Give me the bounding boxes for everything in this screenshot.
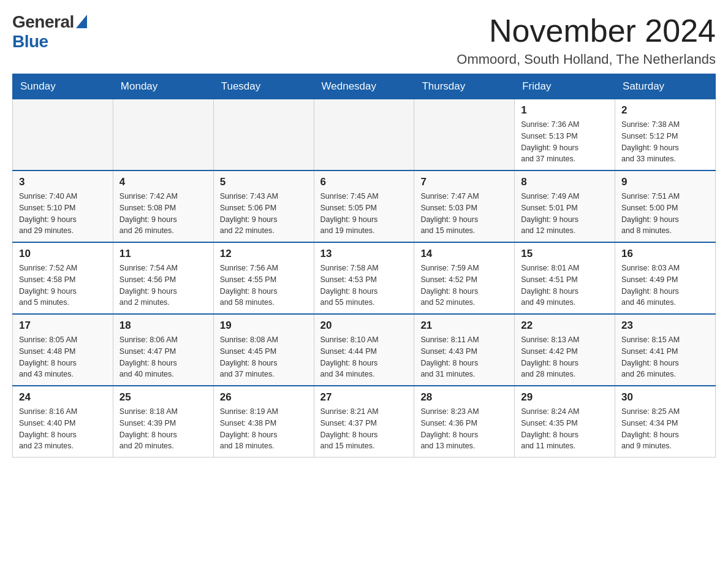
day-number: 19 xyxy=(220,320,308,332)
calendar-table: SundayMondayTuesdayWednesdayThursdayFrid… xyxy=(12,74,716,458)
day-header-saturday: Saturday xyxy=(615,74,716,99)
day-number: 8 xyxy=(521,176,609,188)
day-number: 6 xyxy=(320,176,408,188)
calendar-cell: 30Sunrise: 8:25 AM Sunset: 4:34 PM Dayli… xyxy=(615,386,716,458)
day-info: Sunrise: 7:58 AM Sunset: 4:53 PM Dayligh… xyxy=(320,262,408,308)
day-header-friday: Friday xyxy=(515,74,615,99)
calendar-cell: 4Sunrise: 7:42 AM Sunset: 5:08 PM Daylig… xyxy=(113,170,213,242)
day-number: 22 xyxy=(521,320,609,332)
calendar-cell: 6Sunrise: 7:45 AM Sunset: 5:05 PM Daylig… xyxy=(314,170,414,242)
day-info: Sunrise: 8:21 AM Sunset: 4:37 PM Dayligh… xyxy=(320,406,408,452)
day-number: 4 xyxy=(119,176,207,188)
calendar-cell: 1Sunrise: 7:36 AM Sunset: 5:13 PM Daylig… xyxy=(515,99,615,171)
calendar-cell: 20Sunrise: 8:10 AM Sunset: 4:44 PM Dayli… xyxy=(314,314,414,386)
day-number: 7 xyxy=(420,176,508,188)
day-number: 20 xyxy=(320,320,408,332)
day-info: Sunrise: 7:40 AM Sunset: 5:10 PM Dayligh… xyxy=(19,191,107,237)
day-number: 24 xyxy=(19,391,107,404)
day-info: Sunrise: 7:43 AM Sunset: 5:06 PM Dayligh… xyxy=(220,191,308,237)
calendar-cell: 11Sunrise: 7:54 AM Sunset: 4:56 PM Dayli… xyxy=(113,242,213,314)
calendar-cell: 19Sunrise: 8:08 AM Sunset: 4:45 PM Dayli… xyxy=(213,314,314,386)
day-number: 13 xyxy=(320,248,408,260)
week-row-4: 17Sunrise: 8:05 AM Sunset: 4:48 PM Dayli… xyxy=(13,314,716,386)
calendar-cell: 8Sunrise: 7:49 AM Sunset: 5:01 PM Daylig… xyxy=(515,170,615,242)
day-info: Sunrise: 7:52 AM Sunset: 4:58 PM Dayligh… xyxy=(19,262,107,308)
calendar-cell xyxy=(13,99,113,171)
day-info: Sunrise: 7:54 AM Sunset: 4:56 PM Dayligh… xyxy=(119,262,207,308)
day-number: 3 xyxy=(19,176,107,188)
calendar-cell xyxy=(213,99,314,171)
day-info: Sunrise: 7:51 AM Sunset: 5:00 PM Dayligh… xyxy=(621,191,709,237)
day-info: Sunrise: 7:49 AM Sunset: 5:01 PM Dayligh… xyxy=(521,191,609,237)
calendar-cell: 25Sunrise: 8:18 AM Sunset: 4:39 PM Dayli… xyxy=(113,386,213,458)
day-number: 23 xyxy=(621,320,709,332)
calendar-cell: 9Sunrise: 7:51 AM Sunset: 5:00 PM Daylig… xyxy=(615,170,716,242)
day-info: Sunrise: 7:45 AM Sunset: 5:05 PM Dayligh… xyxy=(320,191,408,237)
day-info: Sunrise: 7:42 AM Sunset: 5:08 PM Dayligh… xyxy=(119,191,207,237)
calendar-cell: 28Sunrise: 8:23 AM Sunset: 4:36 PM Dayli… xyxy=(414,386,515,458)
day-number: 9 xyxy=(621,176,709,188)
logo: General Blue xyxy=(12,12,87,52)
day-info: Sunrise: 8:19 AM Sunset: 4:38 PM Dayligh… xyxy=(220,406,308,452)
calendar-cell: 22Sunrise: 8:13 AM Sunset: 4:42 PM Dayli… xyxy=(515,314,615,386)
day-number: 25 xyxy=(119,391,207,404)
calendar-cell: 17Sunrise: 8:05 AM Sunset: 4:48 PM Dayli… xyxy=(13,314,113,386)
day-info: Sunrise: 8:25 AM Sunset: 4:34 PM Dayligh… xyxy=(621,406,709,452)
day-number: 18 xyxy=(119,320,207,332)
day-info: Sunrise: 8:08 AM Sunset: 4:45 PM Dayligh… xyxy=(220,334,308,380)
calendar-cell xyxy=(113,99,213,171)
day-info: Sunrise: 8:16 AM Sunset: 4:40 PM Dayligh… xyxy=(19,406,107,452)
calendar-cell: 5Sunrise: 7:43 AM Sunset: 5:06 PM Daylig… xyxy=(213,170,314,242)
calendar-cell: 2Sunrise: 7:38 AM Sunset: 5:12 PM Daylig… xyxy=(615,99,716,171)
day-info: Sunrise: 7:47 AM Sunset: 5:03 PM Dayligh… xyxy=(420,191,508,237)
logo-general-text: General xyxy=(12,12,74,32)
title-section: November 2024 Ommoord, South Holland, Th… xyxy=(457,12,716,67)
day-header-monday: Monday xyxy=(113,74,213,99)
day-info: Sunrise: 7:56 AM Sunset: 4:55 PM Dayligh… xyxy=(220,262,308,308)
day-number: 16 xyxy=(621,248,709,260)
day-number: 2 xyxy=(621,104,709,117)
calendar-cell: 21Sunrise: 8:11 AM Sunset: 4:43 PM Dayli… xyxy=(414,314,515,386)
week-row-1: 1Sunrise: 7:36 AM Sunset: 5:13 PM Daylig… xyxy=(13,99,716,171)
day-number: 30 xyxy=(621,391,709,404)
day-number: 27 xyxy=(320,391,408,404)
calendar-cell: 3Sunrise: 7:40 AM Sunset: 5:10 PM Daylig… xyxy=(13,170,113,242)
day-info: Sunrise: 8:24 AM Sunset: 4:35 PM Dayligh… xyxy=(521,406,609,452)
day-number: 10 xyxy=(19,248,107,260)
day-info: Sunrise: 7:38 AM Sunset: 5:12 PM Dayligh… xyxy=(621,119,709,165)
day-info: Sunrise: 8:23 AM Sunset: 4:36 PM Dayligh… xyxy=(420,406,508,452)
logo-arrow-icon xyxy=(76,15,87,28)
week-row-2: 3Sunrise: 7:40 AM Sunset: 5:10 PM Daylig… xyxy=(13,170,716,242)
day-number: 1 xyxy=(521,104,609,117)
week-row-5: 24Sunrise: 8:16 AM Sunset: 4:40 PM Dayli… xyxy=(13,386,716,458)
calendar-cell: 7Sunrise: 7:47 AM Sunset: 5:03 PM Daylig… xyxy=(414,170,515,242)
calendar-cell: 16Sunrise: 8:03 AM Sunset: 4:49 PM Dayli… xyxy=(615,242,716,314)
calendar-cell: 12Sunrise: 7:56 AM Sunset: 4:55 PM Dayli… xyxy=(213,242,314,314)
day-info: Sunrise: 8:05 AM Sunset: 4:48 PM Dayligh… xyxy=(19,334,107,380)
day-number: 12 xyxy=(220,248,308,260)
month-title: November 2024 xyxy=(457,12,716,49)
day-number: 14 xyxy=(420,248,508,260)
calendar-cell: 15Sunrise: 8:01 AM Sunset: 4:51 PM Dayli… xyxy=(515,242,615,314)
week-row-3: 10Sunrise: 7:52 AM Sunset: 4:58 PM Dayli… xyxy=(13,242,716,314)
day-header-wednesday: Wednesday xyxy=(314,74,414,99)
calendar-cell: 26Sunrise: 8:19 AM Sunset: 4:38 PM Dayli… xyxy=(213,386,314,458)
day-number: 29 xyxy=(521,391,609,404)
day-info: Sunrise: 8:11 AM Sunset: 4:43 PM Dayligh… xyxy=(420,334,508,380)
day-number: 17 xyxy=(19,320,107,332)
day-header-sunday: Sunday xyxy=(13,74,113,99)
day-number: 11 xyxy=(119,248,207,260)
calendar-cell: 13Sunrise: 7:58 AM Sunset: 4:53 PM Dayli… xyxy=(314,242,414,314)
day-info: Sunrise: 7:59 AM Sunset: 4:52 PM Dayligh… xyxy=(420,262,508,308)
day-number: 26 xyxy=(220,391,308,404)
day-info: Sunrise: 8:10 AM Sunset: 4:44 PM Dayligh… xyxy=(320,334,408,380)
calendar-cell: 29Sunrise: 8:24 AM Sunset: 4:35 PM Dayli… xyxy=(515,386,615,458)
day-info: Sunrise: 8:18 AM Sunset: 4:39 PM Dayligh… xyxy=(119,406,207,452)
calendar-cell xyxy=(414,99,515,171)
day-info: Sunrise: 8:13 AM Sunset: 4:42 PM Dayligh… xyxy=(521,334,609,380)
calendar-cell xyxy=(314,99,414,171)
day-info: Sunrise: 8:06 AM Sunset: 4:47 PM Dayligh… xyxy=(119,334,207,380)
calendar-cell: 14Sunrise: 7:59 AM Sunset: 4:52 PM Dayli… xyxy=(414,242,515,314)
header: General Blue November 2024 Ommoord, Sout… xyxy=(12,12,716,67)
days-header-row: SundayMondayTuesdayWednesdayThursdayFrid… xyxy=(13,74,716,99)
